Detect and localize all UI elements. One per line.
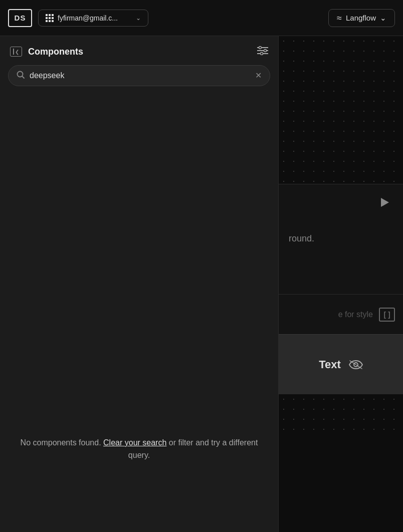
main-layout: ❮ Components bbox=[0, 36, 403, 532]
svg-point-4 bbox=[264, 50, 267, 52]
eye-icon-button[interactable] bbox=[349, 360, 363, 370]
canvas-dot-grid-top[interactable] bbox=[279, 36, 403, 184]
sidebar-header-left: ❮ Components bbox=[10, 47, 83, 57]
clear-search-link[interactable]: Clear your search bbox=[103, 438, 166, 447]
search-icon bbox=[17, 71, 25, 81]
filter-button[interactable] bbox=[257, 46, 268, 57]
langflow-chevron: ⌄ bbox=[380, 14, 386, 23]
langflow-button[interactable]: ≈ Langflow ⌄ bbox=[328, 9, 395, 27]
account-chevron: ⌄ bbox=[136, 15, 141, 22]
account-label: fyfirman@gmail.c... bbox=[58, 14, 118, 22]
text-label: Text bbox=[319, 358, 341, 371]
search-clear-button[interactable]: ✕ bbox=[255, 72, 262, 80]
svg-point-3 bbox=[259, 47, 262, 49]
style-text: e for style bbox=[338, 310, 373, 319]
collapse-sidebar-button[interactable]: ❮ bbox=[10, 47, 22, 57]
bracket-button[interactable]: [ ] bbox=[379, 308, 395, 322]
ds-logo: DS bbox=[8, 9, 32, 27]
search-bar: ✕ bbox=[8, 65, 270, 86]
text-bottom-area: Text bbox=[279, 334, 403, 394]
sidebar-title: Components bbox=[28, 47, 83, 57]
svg-point-5 bbox=[261, 53, 263, 55]
collapse-arrow-icon: ❮ bbox=[15, 49, 19, 55]
svg-line-7 bbox=[22, 76, 24, 78]
sidebar: ❮ Components bbox=[0, 36, 279, 532]
langflow-icon: ≈ bbox=[337, 14, 342, 23]
style-area: e for style [ ] bbox=[279, 294, 403, 334]
account-button[interactable]: fyfirman@gmail.c... ⌄ bbox=[38, 10, 148, 27]
account-grid-icon bbox=[46, 14, 54, 22]
langflow-label: Langflow bbox=[346, 14, 376, 22]
right-panel: round. e for style [ ] Text bbox=[279, 36, 403, 532]
search-input[interactable] bbox=[30, 71, 250, 80]
play-button[interactable] bbox=[377, 194, 393, 210]
filter-icon bbox=[257, 46, 268, 55]
empty-state: No components found. Clear your search o… bbox=[0, 96, 278, 532]
empty-state-message: No components found. Clear your search o… bbox=[20, 436, 258, 462]
app-header: DS fyfirman@gmail.c... ⌄ ≈ Langflow ⌄ bbox=[0, 0, 403, 36]
round-text: round. bbox=[279, 233, 403, 244]
sidebar-header: ❮ Components bbox=[0, 36, 278, 65]
play-triangle-icon bbox=[381, 198, 389, 207]
canvas-dot-grid-bottom[interactable] bbox=[279, 394, 403, 434]
empty-state-prefix: No components found. bbox=[21, 438, 101, 447]
play-area: round. bbox=[279, 184, 403, 294]
